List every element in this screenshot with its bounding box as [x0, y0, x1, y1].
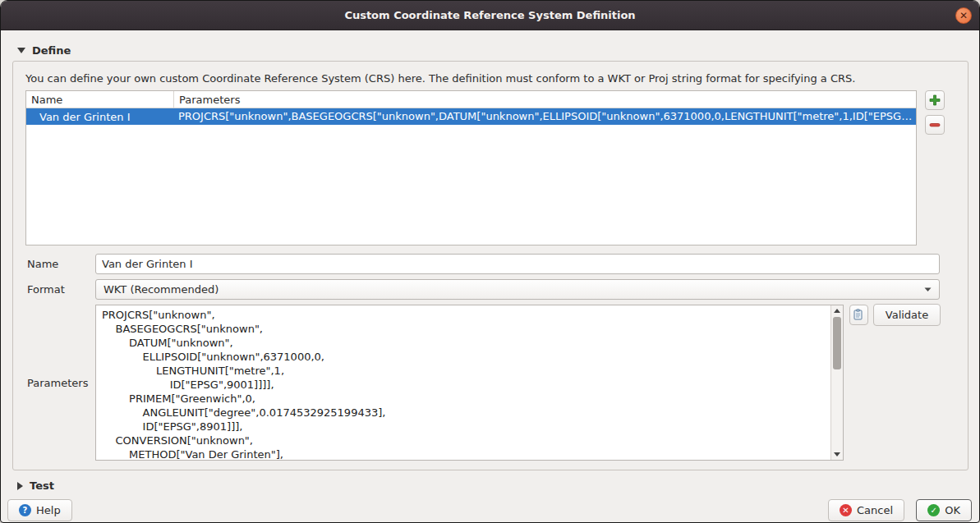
column-header-parameters[interactable]: Parameters [174, 91, 916, 108]
ok-button[interactable]: ✓ OK [916, 499, 972, 521]
chevron-down-icon [924, 287, 932, 292]
custom-crs-table[interactable]: Name Parameters Van der Grinten I PROJCR… [25, 90, 917, 245]
crs-parameters-cell: PROJCRS["unknown",BASEGEOGCRS["unknown",… [174, 108, 916, 125]
name-input[interactable] [95, 254, 940, 274]
clipboard-icon [853, 309, 864, 321]
minus-icon [929, 119, 941, 131]
scroll-up-icon[interactable] [831, 305, 843, 316]
cancel-button[interactable]: ✕ Cancel [828, 499, 904, 521]
parameters-label: Parameters [27, 373, 88, 393]
window-title: Custom Coordinate Reference System Defin… [344, 9, 635, 21]
chevron-down-icon [17, 48, 25, 53]
cancel-label: Cancel [857, 504, 893, 516]
define-group-title: Define [32, 44, 71, 57]
help-button[interactable]: ? Help [7, 499, 72, 521]
chevron-right-icon [17, 482, 23, 490]
close-icon: ✕ [959, 11, 968, 21]
ok-label: OK [945, 504, 960, 516]
test-group-header[interactable]: Test [17, 479, 54, 492]
format-select[interactable]: WKT (Recommended) [95, 279, 940, 300]
name-label: Name [27, 254, 58, 274]
format-label: Format [27, 279, 65, 300]
parameters-text: PROJCRS["unknown", BASEGEOGCRS["unknown"… [96, 305, 843, 461]
scroll-down-icon[interactable] [831, 449, 843, 460]
test-group-title: Test [30, 479, 54, 492]
column-header-name[interactable]: Name [26, 91, 174, 108]
parameters-editor[interactable]: PROJCRS["unknown", BASEGEOGCRS["unknown"… [95, 305, 844, 461]
table-row[interactable]: Van der Grinten I PROJCRS["unknown",BASE… [26, 108, 916, 125]
help-label: Help [36, 504, 61, 516]
copy-wkt-button[interactable] [849, 305, 868, 325]
scrollbar-thumb[interactable] [833, 317, 841, 369]
custom-crs-dialog: Custom Coordinate Reference System Defin… [0, 0, 980, 523]
plus-icon [929, 94, 941, 106]
crs-name-cell: Van der Grinten I [26, 108, 174, 125]
remove-crs-button[interactable] [925, 115, 945, 135]
validate-button[interactable]: Validate [873, 304, 941, 326]
titlebar[interactable]: Custom Coordinate Reference System Defin… [1, 1, 979, 30]
parameters-scrollbar[interactable] [830, 305, 843, 460]
table-header-row: Name Parameters [26, 91, 916, 108]
cancel-icon: ✕ [840, 504, 852, 516]
help-icon: ? [19, 504, 31, 516]
define-group-header[interactable]: Define [17, 44, 71, 57]
close-button[interactable]: ✕ [955, 7, 972, 24]
format-selected-value: WKT (Recommended) [104, 283, 924, 296]
add-crs-button[interactable] [925, 90, 945, 110]
ok-icon: ✓ [927, 504, 940, 516]
validate-label: Validate [886, 309, 928, 321]
description-text: You can define your own custom Coordinat… [25, 72, 958, 85]
